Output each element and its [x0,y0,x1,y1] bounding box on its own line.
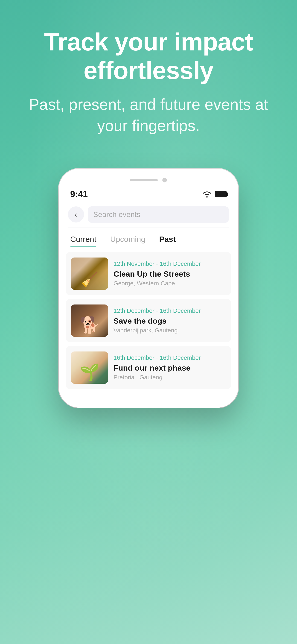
event-location-2: Vanderbijlpark, Gauteng [114,327,226,334]
event-card-2[interactable]: 12th December - 16th December Save the d… [66,299,232,342]
event-image-1 [71,258,108,290]
tab-upcoming[interactable]: Upcoming [110,235,145,247]
phone-mockup: 9:41 ‹ Search events [59,168,238,408]
status-icons [202,190,227,198]
battery-icon [215,191,227,198]
event-date-1: 12th November - 16th December [114,260,226,268]
event-image-2 [71,304,108,337]
search-input-wrapper[interactable]: Search events [88,206,229,223]
tabs-container: Current Upcoming Past [59,228,238,247]
event-location-3: Pretoria , Gauteng [114,374,226,381]
tab-past[interactable]: Past [159,235,176,247]
event-info-3: 16th December - 16th December Fund our n… [114,354,226,381]
search-bar-container: ‹ Search events [59,202,238,228]
phone-top [59,178,238,185]
event-card-1[interactable]: 12th November - 16th December Clean Up t… [66,252,232,295]
event-image-3 [71,352,108,384]
phone-bottom [59,398,238,408]
event-card-3[interactable]: 16th December - 16th December Fund our n… [66,346,232,389]
hero-subtitle: Past, present, and future events at your… [18,94,278,136]
event-date-3: 16th December - 16th December [114,354,226,362]
event-title-2: Save the dogs [114,316,226,326]
svg-point-0 [206,196,208,198]
phone-camera [162,178,167,182]
event-date-2: 12th December - 16th December [114,307,226,314]
search-input[interactable]: Search events [93,210,140,218]
event-title-1: Clean Up the Streets [114,269,226,279]
event-location-1: George, Western Cape [114,280,226,287]
wifi-icon [202,190,212,198]
tab-current[interactable]: Current [70,235,96,247]
events-list: 12th November - 16th December Clean Up t… [59,247,238,398]
back-button[interactable]: ‹ [68,206,84,222]
back-icon: ‹ [75,211,77,218]
hero-section: Track your impact effortlessly Past, pre… [0,0,297,150]
status-time: 9:41 [70,189,88,199]
phone-body: 9:41 ‹ Search events [59,168,238,408]
status-bar: 9:41 [59,185,238,202]
hero-title: Track your impact effortlessly [18,28,278,85]
phone-speaker [130,179,158,181]
event-info-2: 12th December - 16th December Save the d… [114,307,226,334]
event-title-3: Fund our next phase [114,363,226,373]
event-info-1: 12th November - 16th December Clean Up t… [114,260,226,287]
